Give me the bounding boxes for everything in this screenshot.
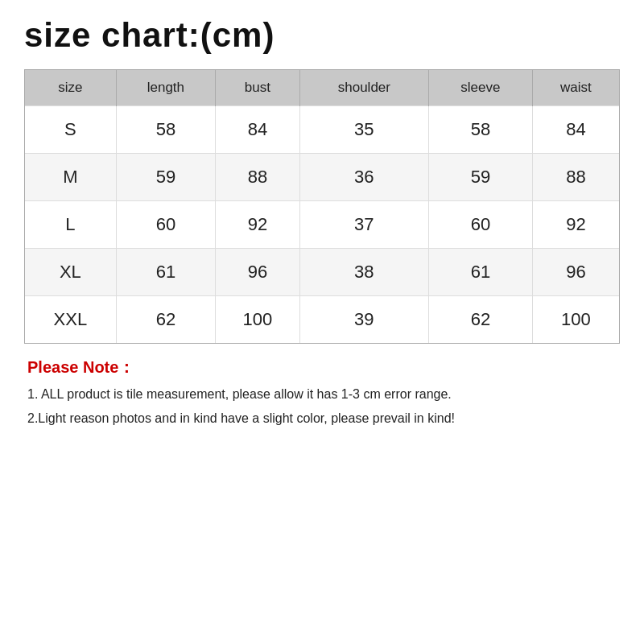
col-waist: waist	[532, 70, 619, 106]
cell-bust: 84	[216, 106, 300, 154]
cell-length: 58	[116, 106, 215, 154]
cell-sleeve: 61	[428, 249, 532, 296]
please-note-heading: Please Note：	[27, 357, 617, 378]
note-item-2: 2.Light reason photos and in kind have a…	[27, 409, 617, 428]
cell-sleeve: 59	[428, 154, 532, 201]
cell-bust: 96	[216, 249, 300, 296]
cell-waist: 88	[532, 154, 619, 201]
col-length: length	[116, 70, 215, 106]
cell-bust: 88	[216, 154, 300, 201]
table-row: XL6196386196	[25, 249, 619, 296]
cell-length: 60	[116, 201, 215, 249]
cell-waist: 92	[532, 201, 619, 249]
cell-waist: 84	[532, 106, 619, 154]
table-row: XXL621003962100	[25, 296, 619, 344]
cell-size: S	[25, 106, 116, 154]
cell-length: 62	[116, 296, 215, 344]
cell-size: M	[25, 154, 116, 201]
cell-shoulder: 38	[299, 249, 428, 296]
cell-length: 59	[116, 154, 215, 201]
cell-shoulder: 39	[299, 296, 428, 344]
notes-section: Please Note： 1. ALL product is tile meas…	[24, 357, 620, 428]
table-header: size length bust shoulder sleeve waist	[25, 70, 619, 106]
cell-shoulder: 36	[299, 154, 428, 201]
table-body: S5884355884M5988365988L6092376092XL61963…	[25, 106, 619, 344]
cell-sleeve: 62	[428, 296, 532, 344]
page-title: size chart:(cm)	[24, 16, 620, 55]
col-bust: bust	[216, 70, 300, 106]
table-row: S5884355884	[25, 106, 619, 154]
cell-sleeve: 58	[428, 106, 532, 154]
cell-length: 61	[116, 249, 215, 296]
page-container: size chart:(cm) size length bust shoulde…	[0, 0, 644, 644]
cell-size: XXL	[25, 296, 116, 344]
table-row: L6092376092	[25, 201, 619, 249]
cell-bust: 92	[216, 201, 300, 249]
cell-size: XL	[25, 249, 116, 296]
cell-size: L	[25, 201, 116, 249]
cell-bust: 100	[216, 296, 300, 344]
size-chart-table: size length bust shoulder sleeve waist S…	[25, 70, 619, 343]
cell-waist: 100	[532, 296, 619, 344]
col-size: size	[25, 70, 116, 106]
note-item-1: 1. ALL product is tile measurement, plea…	[27, 385, 617, 404]
cell-shoulder: 37	[299, 201, 428, 249]
cell-sleeve: 60	[428, 201, 532, 249]
cell-waist: 96	[532, 249, 619, 296]
header-row: size length bust shoulder sleeve waist	[25, 70, 619, 106]
table-row: M5988365988	[25, 154, 619, 201]
size-chart-table-wrapper: size length bust shoulder sleeve waist S…	[24, 69, 620, 344]
col-sleeve: sleeve	[428, 70, 532, 106]
col-shoulder: shoulder	[299, 70, 428, 106]
cell-shoulder: 35	[299, 106, 428, 154]
